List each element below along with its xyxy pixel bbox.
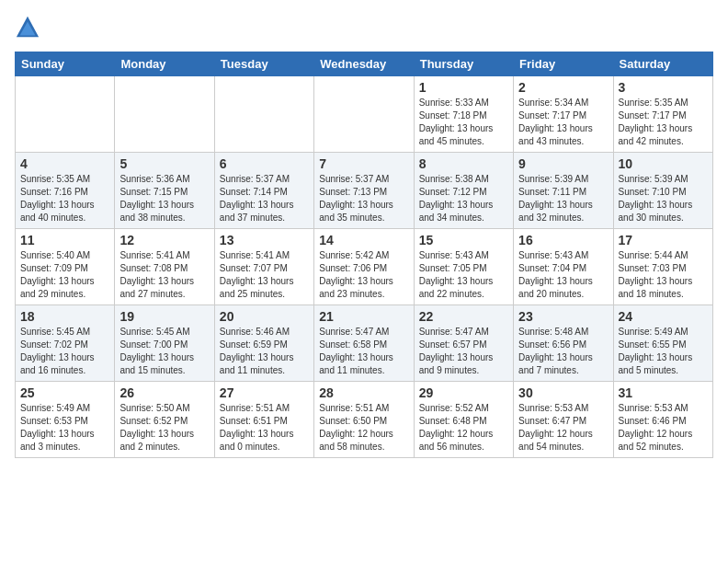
day-header-friday: Friday [514,52,613,76]
calendar-cell: 1Sunrise: 5:33 AM Sunset: 7:18 PM Daylig… [414,76,513,153]
cell-date-number: 21 [319,309,408,324]
cell-info-text: Sunrise: 5:38 AM Sunset: 7:12 PM Dayligh… [419,173,508,224]
cell-info-text: Sunrise: 5:39 AM Sunset: 7:11 PM Dayligh… [518,173,608,224]
calendar-cell: 21Sunrise: 5:47 AM Sunset: 6:58 PM Dayli… [314,305,414,382]
cell-date-number: 22 [419,309,508,324]
cell-info-text: Sunrise: 5:52 AM Sunset: 6:48 PM Dayligh… [419,402,508,454]
calendar-cell: 12Sunrise: 5:41 AM Sunset: 7:08 PM Dayli… [115,229,214,305]
calendar-cell: 3Sunrise: 5:35 AM Sunset: 7:17 PM Daylig… [613,76,712,153]
calendar-cell [16,76,115,153]
cell-date-number: 4 [20,156,109,171]
cell-info-text: Sunrise: 5:36 AM Sunset: 7:15 PM Dayligh… [119,173,209,224]
calendar-week-row: 18Sunrise: 5:45 AM Sunset: 7:02 PM Dayli… [16,305,713,382]
cell-date-number: 30 [518,385,608,400]
cell-info-text: Sunrise: 5:44 AM Sunset: 7:03 PM Dayligh… [619,249,708,301]
cell-date-number: 13 [220,233,309,247]
day-header-saturday: Saturday [613,52,712,76]
cell-date-number: 10 [619,156,708,171]
cell-date-number: 12 [119,233,209,247]
calendar-cell: 2Sunrise: 5:34 AM Sunset: 7:17 PM Daylig… [514,76,613,153]
calendar-cell: 11Sunrise: 5:40 AM Sunset: 7:09 PM Dayli… [16,229,115,305]
calendar-cell: 5Sunrise: 5:36 AM Sunset: 7:15 PM Daylig… [115,153,214,229]
calendar-cell: 25Sunrise: 5:49 AM Sunset: 6:53 PM Dayli… [16,382,115,458]
calendar-cell: 23Sunrise: 5:48 AM Sunset: 6:56 PM Dayli… [514,305,613,382]
day-header-tuesday: Tuesday [214,52,313,76]
cell-info-text: Sunrise: 5:47 AM Sunset: 6:57 PM Dayligh… [419,326,508,377]
calendar-cell: 15Sunrise: 5:43 AM Sunset: 7:05 PM Dayli… [414,229,513,305]
cell-date-number: 31 [619,385,708,400]
logo [15,15,44,40]
cell-info-text: Sunrise: 5:50 AM Sunset: 6:52 PM Dayligh… [119,402,209,454]
cell-info-text: Sunrise: 5:35 AM Sunset: 7:17 PM Dayligh… [619,97,708,148]
cell-date-number: 28 [319,385,408,400]
cell-info-text: Sunrise: 5:45 AM Sunset: 7:00 PM Dayligh… [119,326,209,377]
cell-date-number: 29 [419,385,508,400]
cell-date-number: 5 [119,156,209,171]
calendar-cell: 29Sunrise: 5:52 AM Sunset: 6:48 PM Dayli… [414,382,513,458]
cell-date-number: 11 [20,233,109,247]
cell-date-number: 25 [20,385,109,400]
calendar-cell: 7Sunrise: 5:37 AM Sunset: 7:13 PM Daylig… [314,153,414,229]
cell-date-number: 3 [619,80,708,95]
calendar-week-row: 1Sunrise: 5:33 AM Sunset: 7:18 PM Daylig… [16,76,713,153]
calendar-cell: 18Sunrise: 5:45 AM Sunset: 7:02 PM Dayli… [16,305,115,382]
calendar-cell: 22Sunrise: 5:47 AM Sunset: 6:57 PM Dayli… [414,305,513,382]
calendar-cell: 30Sunrise: 5:53 AM Sunset: 6:47 PM Dayli… [514,382,613,458]
cell-date-number: 17 [619,233,708,247]
cell-info-text: Sunrise: 5:51 AM Sunset: 6:51 PM Dayligh… [220,402,309,454]
cell-info-text: Sunrise: 5:53 AM Sunset: 6:47 PM Dayligh… [518,402,608,454]
cell-info-text: Sunrise: 5:37 AM Sunset: 7:13 PM Dayligh… [319,173,408,224]
calendar-week-row: 25Sunrise: 5:49 AM Sunset: 6:53 PM Dayli… [16,382,713,458]
cell-info-text: Sunrise: 5:41 AM Sunset: 7:08 PM Dayligh… [119,249,209,301]
cell-info-text: Sunrise: 5:51 AM Sunset: 6:50 PM Dayligh… [319,402,408,454]
cell-info-text: Sunrise: 5:40 AM Sunset: 7:09 PM Dayligh… [20,249,109,301]
cell-info-text: Sunrise: 5:35 AM Sunset: 7:16 PM Dayligh… [20,173,109,224]
logo-icon [15,15,40,40]
calendar-cell: 28Sunrise: 5:51 AM Sunset: 6:50 PM Dayli… [314,382,414,458]
cell-info-text: Sunrise: 5:39 AM Sunset: 7:10 PM Dayligh… [619,173,708,224]
cell-info-text: Sunrise: 5:37 AM Sunset: 7:14 PM Dayligh… [220,173,309,224]
cell-date-number: 16 [518,233,608,247]
cell-info-text: Sunrise: 5:47 AM Sunset: 6:58 PM Dayligh… [319,326,408,377]
calendar-cell: 4Sunrise: 5:35 AM Sunset: 7:16 PM Daylig… [16,153,115,229]
cell-date-number: 2 [518,80,608,95]
calendar-cell: 19Sunrise: 5:45 AM Sunset: 7:00 PM Dayli… [115,305,214,382]
cell-date-number: 24 [619,309,708,324]
cell-info-text: Sunrise: 5:48 AM Sunset: 6:56 PM Dayligh… [518,326,608,377]
cell-date-number: 23 [518,309,608,324]
calendar-cell [214,76,313,153]
cell-info-text: Sunrise: 5:49 AM Sunset: 6:55 PM Dayligh… [619,326,708,377]
cell-info-text: Sunrise: 5:45 AM Sunset: 7:02 PM Dayligh… [20,326,109,377]
calendar-cell [115,76,214,153]
cell-date-number: 1 [419,80,508,95]
calendar-cell: 27Sunrise: 5:51 AM Sunset: 6:51 PM Dayli… [214,382,313,458]
cell-date-number: 19 [119,309,209,324]
day-header-wednesday: Wednesday [314,52,414,76]
cell-date-number: 26 [119,385,209,400]
calendar-cell: 6Sunrise: 5:37 AM Sunset: 7:14 PM Daylig… [214,153,313,229]
cell-date-number: 15 [419,233,508,247]
day-header-monday: Monday [115,52,214,76]
cell-date-number: 6 [220,156,309,171]
calendar-cell: 8Sunrise: 5:38 AM Sunset: 7:12 PM Daylig… [414,153,513,229]
cell-date-number: 8 [419,156,508,171]
calendar-cell: 14Sunrise: 5:42 AM Sunset: 7:06 PM Dayli… [314,229,414,305]
calendar-cell: 31Sunrise: 5:53 AM Sunset: 6:46 PM Dayli… [613,382,712,458]
cell-info-text: Sunrise: 5:34 AM Sunset: 7:17 PM Dayligh… [518,97,608,148]
cell-info-text: Sunrise: 5:33 AM Sunset: 7:18 PM Dayligh… [419,97,508,148]
cell-date-number: 20 [220,309,309,324]
cell-info-text: Sunrise: 5:53 AM Sunset: 6:46 PM Dayligh… [619,402,708,454]
cell-info-text: Sunrise: 5:43 AM Sunset: 7:04 PM Dayligh… [518,249,608,301]
calendar-cell: 13Sunrise: 5:41 AM Sunset: 7:07 PM Dayli… [214,229,313,305]
calendar-cell [314,76,414,153]
cell-date-number: 7 [319,156,408,171]
calendar-cell: 17Sunrise: 5:44 AM Sunset: 7:03 PM Dayli… [613,229,712,305]
cell-date-number: 9 [518,156,608,171]
calendar-week-row: 11Sunrise: 5:40 AM Sunset: 7:09 PM Dayli… [16,229,713,305]
calendar-cell: 10Sunrise: 5:39 AM Sunset: 7:10 PM Dayli… [613,153,712,229]
day-header-sunday: Sunday [16,52,115,76]
calendar-cell: 9Sunrise: 5:39 AM Sunset: 7:11 PM Daylig… [514,153,613,229]
cell-info-text: Sunrise: 5:43 AM Sunset: 7:05 PM Dayligh… [419,249,508,301]
calendar-cell: 20Sunrise: 5:46 AM Sunset: 6:59 PM Dayli… [214,305,313,382]
calendar-table: SundayMondayTuesdayWednesdayThursdayFrid… [15,52,713,458]
